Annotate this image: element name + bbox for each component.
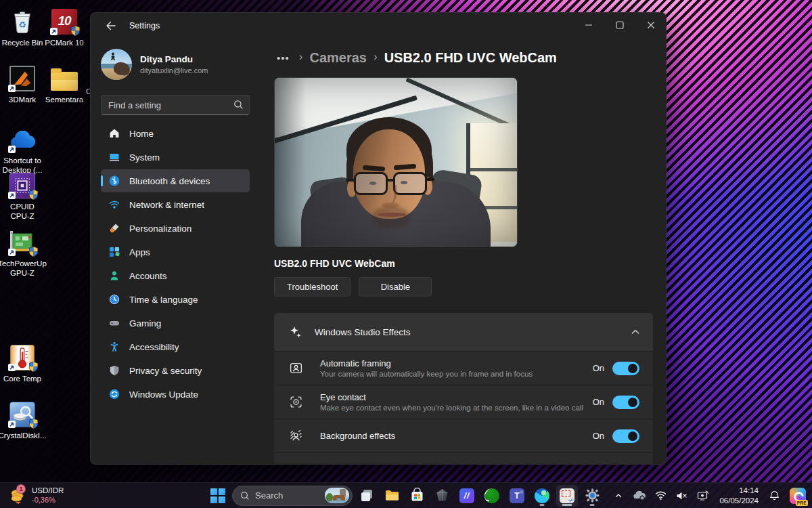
sidebar-item-personalization[interactable]: Personalization (101, 217, 250, 240)
settings-nav: Home System Bluetooth & devices Network … (101, 122, 250, 406)
start-button[interactable] (207, 485, 229, 507)
titlebar: Settings (90, 12, 667, 39)
sidebar-item-apps[interactable]: Apps (101, 240, 250, 263)
task-view-button[interactable] (356, 485, 378, 507)
background-effects-toggle[interactable] (612, 429, 639, 443)
windows-studio-effects-card: Windows Studio Effects Automat (274, 313, 653, 465)
microsoft-store-button[interactable] (406, 485, 428, 507)
microsoft-store-icon (409, 488, 425, 503)
background-effects-title: Background effects (320, 431, 593, 441)
avatar (101, 49, 132, 80)
notification-bell-icon[interactable] (765, 485, 784, 507)
sidebar-item-bluetooth-devices[interactable]: Bluetooth & devices (101, 169, 250, 192)
taskbar: 1 USD/IDR -0,36% (0, 482, 812, 508)
settings-sidebar: Ditya Pandu dityatuxlin@live.com Home (90, 39, 258, 465)
widget-change: -0,36% (32, 496, 64, 505)
home-icon (108, 128, 120, 140)
profile-email: dityatuxlin@live.com (140, 66, 208, 75)
sidebar-item-network-internet[interactable]: Network & internet (101, 193, 250, 216)
desktop-icon-cpuz[interactable]: CPUID CPU-Z (0, 172, 45, 221)
breadcrumb-cameras[interactable]: Cameras (309, 50, 367, 66)
desktop-icon-3dmark[interactable]: 3DMark (0, 65, 45, 104)
maximize-button[interactable] (604, 12, 635, 38)
xbox-button[interactable] (481, 485, 503, 507)
edge-button[interactable] (531, 485, 553, 507)
paintbrush-icon (108, 223, 120, 234)
minimize-button[interactable] (573, 12, 604, 38)
eye-contact-row: Eye contact Make eye contact even when y… (274, 385, 653, 419)
tray-time: 14:14 (719, 486, 759, 495)
dark-crystal-icon (434, 488, 450, 503)
automatic-framing-icon (289, 361, 312, 375)
eye-contact-toggle[interactable] (612, 396, 639, 409)
desktop-icon-sementara-folder[interactable]: Sementara (42, 65, 87, 104)
sidebar-item-privacy-security[interactable]: Privacy & security (101, 359, 250, 382)
volume-muted-icon[interactable] (673, 485, 691, 507)
recycle-bin-icon: ♻ (8, 8, 37, 35)
stocks-widget-icon: 1 (9, 487, 27, 505)
widgets-button[interactable]: 1 USD/IDR -0,36% (4, 483, 69, 508)
chevron-up-icon[interactable] (630, 326, 641, 337)
taskbar-search[interactable] (232, 486, 353, 506)
desktop-icon-pcmark10[interactable]: 10 PCMark 10 (42, 8, 87, 47)
sidebar-item-gaming[interactable]: Gaming (101, 312, 250, 335)
eye-contact-title: Eye contact (320, 392, 593, 402)
troubleshoot-button[interactable]: Troubleshoot (274, 277, 351, 297)
slashes-app-icon: // (459, 488, 474, 503)
automatic-framing-toggle[interactable] (612, 362, 639, 375)
gpuz-icon (8, 229, 37, 256)
breadcrumb-ellipsis-button[interactable]: ••• (274, 51, 292, 65)
svg-text:♻: ♻ (18, 20, 26, 30)
studio-effects-header[interactable]: Windows Studio Effects (274, 313, 653, 351)
search-icon (233, 100, 244, 110)
copilot-icon: PRE (790, 488, 806, 504)
desktop-icon-onedrive-shortcut[interactable]: Shortcut to Desktop (... (0, 126, 45, 175)
desktop-icon-gpuz[interactable]: TechPowerUp GPU-Z (0, 229, 45, 278)
folder-icon (50, 65, 78, 92)
copilot-preview-button[interactable]: PRE (786, 485, 809, 507)
sidebar-item-home[interactable]: Home (101, 122, 250, 145)
sidebar-item-accounts[interactable]: Accounts (101, 264, 250, 287)
background-effects-row: Background effects On (274, 419, 653, 452)
sidebar-item-windows-update[interactable]: Windows Update (101, 383, 250, 406)
automatic-framing-title: Automatic framing (320, 358, 593, 368)
settings-taskbar-button[interactable] (581, 485, 603, 507)
find-a-setting-input[interactable] (101, 95, 250, 115)
apps-icon (108, 247, 120, 258)
desktop-icon-label: Core Temp (3, 374, 41, 383)
taskbar-search-input[interactable] (255, 490, 319, 501)
copilot-pre-badge: PRE (796, 500, 808, 506)
window-title: Settings (129, 21, 160, 30)
snipping-tool-button[interactable] (556, 485, 578, 507)
shield-icon (108, 365, 120, 377)
profile-name: Ditya Pandu (140, 54, 208, 64)
disable-button[interactable]: Disable (359, 277, 432, 297)
tray-chevron-up[interactable] (610, 485, 627, 507)
camera-preview (274, 77, 518, 247)
sidebar-item-system[interactable]: System (101, 146, 250, 169)
app-dark-crystal-button[interactable] (431, 485, 453, 507)
app-slashes-button[interactable]: // (456, 485, 478, 507)
desktop-icon-label: Sementara (45, 95, 83, 104)
wifi-tray-icon[interactable] (652, 485, 670, 507)
desktop-icon-core-temp[interactable]: Core Temp (0, 344, 45, 383)
edge-icon (535, 488, 549, 503)
back-button[interactable] (99, 16, 121, 36)
find-a-setting-search (101, 95, 250, 115)
accessibility-icon (108, 341, 120, 353)
desktop-icon-label: CPUID CPU-Z (0, 202, 45, 221)
close-button[interactable] (635, 12, 667, 38)
bluetooth-icon (108, 175, 120, 187)
page-title: USB2.0 FHD UVC WebCam (384, 50, 557, 66)
clock[interactable]: 14:14 06/05/2024 (715, 486, 763, 505)
desktop-icon-crystaldiskinfo[interactable]: CrystalDiskI... (0, 401, 45, 440)
file-explorer-button[interactable] (381, 485, 403, 507)
desktop-icon-recycle-bin[interactable]: ♻ Recycle Bin (0, 8, 45, 47)
settings-window: Settings (90, 12, 667, 465)
sidebar-item-time-language[interactable]: Time & language (101, 288, 250, 311)
display-cast-tray-icon[interactable] (694, 485, 713, 507)
teams-button[interactable]: T (506, 485, 528, 507)
sidebar-item-accessibility[interactable]: Accessibility (101, 335, 250, 358)
account-profile[interactable]: Ditya Pandu dityatuxlin@live.com (101, 49, 250, 80)
onedrive-tray-icon[interactable] (629, 485, 649, 507)
